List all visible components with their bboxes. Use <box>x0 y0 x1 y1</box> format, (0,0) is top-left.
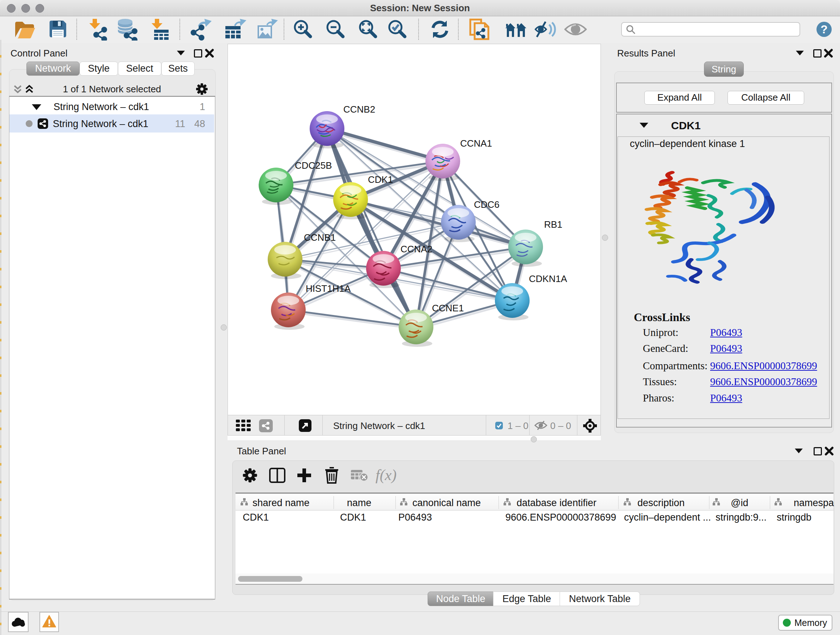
svg-text:CCNA1: CCNA1 <box>460 138 492 149</box>
svg-text:CCNB2: CCNB2 <box>343 104 375 115</box>
svg-text:CDK1: CDK1 <box>368 174 393 185</box>
svg-text:CDKN1A: CDKN1A <box>529 273 567 284</box>
svg-text:RB1: RB1 <box>544 219 562 230</box>
svg-text:CDC25B: CDC25B <box>295 160 332 171</box>
svg-text:CCNA2: CCNA2 <box>401 244 432 255</box>
svg-text:CCNE1: CCNE1 <box>432 302 464 314</box>
svg-text:CDC6: CDC6 <box>474 199 500 210</box>
svg-text:CCNB1: CCNB1 <box>304 232 336 243</box>
svg-text:HIST1H1A: HIST1H1A <box>306 283 351 294</box>
